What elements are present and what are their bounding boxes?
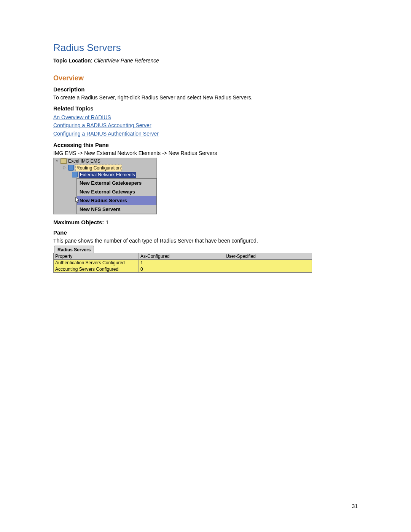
tree-row-external[interactable]: External Network Elements bbox=[54, 171, 156, 178]
page-title: Radius Servers bbox=[53, 42, 358, 54]
related-links: An Overview of RADIUS Configuring a RADI… bbox=[53, 113, 358, 138]
config-icon bbox=[68, 165, 74, 171]
tree-row-routing[interactable]: ⊙- Routing Configuration bbox=[54, 165, 156, 171]
topic-location-value: ClientView Pane Reference bbox=[94, 58, 159, 64]
maximum-objects-value: 1 bbox=[106, 219, 109, 225]
menu-item-new-gatekeepers[interactable]: New External Gatekeepers bbox=[77, 179, 156, 187]
accessing-heading: Accessing this Pane bbox=[53, 142, 358, 148]
tree-root-label: Excel IMG EMS bbox=[68, 158, 100, 164]
page-number: 31 bbox=[352, 503, 358, 509]
link-radius-authentication[interactable]: Configuring a RADIUS Authentication Serv… bbox=[53, 131, 159, 137]
config-icon bbox=[72, 172, 78, 177]
tree-row-root[interactable]: ♀ Excel IMG EMS bbox=[54, 158, 156, 165]
link-radius-accounting[interactable]: Configuring a RADIUS Accounting Server bbox=[53, 122, 151, 128]
radius-table: Radius Servers Property As-Configured Us… bbox=[53, 246, 312, 273]
menu-item-new-gateways[interactable]: New External Gateways bbox=[77, 187, 156, 196]
cell-property: Accounting Servers Configured bbox=[54, 266, 139, 273]
maximum-objects-label: Maximum Objects: bbox=[53, 219, 106, 225]
tab-radius-servers[interactable]: Radius Servers bbox=[54, 246, 94, 253]
tree-external-label: External Network Elements bbox=[79, 172, 136, 178]
folder-icon bbox=[61, 158, 67, 164]
topic-location-label: Topic Location: bbox=[53, 58, 94, 64]
pane-body: This pane shows the number of each type … bbox=[53, 237, 358, 244]
table-header-row: Property As-Configured User-Specified bbox=[54, 253, 312, 260]
topic-location: Topic Location: ClientView Pane Referenc… bbox=[53, 58, 358, 64]
collapse-icon[interactable]: ♀ bbox=[55, 159, 59, 163]
menu-item-new-radius-servers[interactable]: New Radius Servers bbox=[77, 196, 156, 205]
description-heading: Description bbox=[53, 86, 358, 93]
header-user-specified[interactable]: User-Specified bbox=[224, 253, 312, 260]
menu-item-label: New Radius Servers bbox=[80, 198, 127, 203]
collapse-icon[interactable]: ⊙- bbox=[63, 166, 67, 170]
cell-as-configured: 0 bbox=[139, 266, 224, 273]
maximum-objects: Maximum Objects: 1 bbox=[53, 219, 358, 225]
cell-as-configured: 1 bbox=[139, 260, 224, 266]
cursor-icon bbox=[75, 197, 80, 204]
menu-item-new-nfs-servers[interactable]: New NFS Servers bbox=[77, 205, 156, 214]
context-menu: New External Gatekeepers New External Ga… bbox=[76, 178, 157, 214]
grid: Property As-Configured User-Specified Au… bbox=[53, 253, 312, 273]
table-row: Authentication Servers Configured 1 bbox=[54, 260, 312, 266]
cell-user-specified bbox=[224, 260, 312, 266]
tree-routing-label: Routing Configuration bbox=[75, 165, 122, 171]
cell-user-specified bbox=[224, 266, 312, 273]
link-radius-overview[interactable]: An Overview of RADIUS bbox=[53, 114, 111, 120]
accessing-path: IMG EMS -> New External Network Elements… bbox=[53, 150, 358, 157]
tree-screenshot: ♀ Excel IMG EMS ⊙- Routing Configuration… bbox=[53, 158, 157, 214]
header-property[interactable]: Property bbox=[54, 253, 139, 260]
cell-property: Authentication Servers Configured bbox=[54, 260, 139, 266]
related-topics-heading: Related Topics bbox=[53, 105, 358, 112]
description-body: To create a Radius Server, right-click R… bbox=[53, 94, 358, 101]
header-as-configured[interactable]: As-Configured bbox=[139, 253, 224, 260]
pane-heading: Pane bbox=[53, 229, 358, 236]
table-row: Accounting Servers Configured 0 bbox=[54, 266, 312, 273]
overview-heading: Overview bbox=[53, 74, 358, 82]
